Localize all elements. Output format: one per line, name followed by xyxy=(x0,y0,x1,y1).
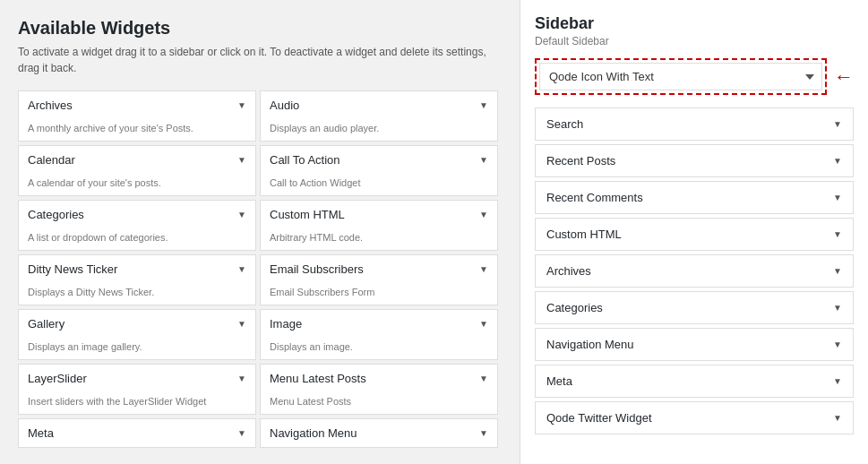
chevron-down-icon: ▼ xyxy=(833,229,842,239)
widget-header-audio[interactable]: Audio ▼ xyxy=(261,91,497,119)
sidebar-widget-header-recent-posts[interactable]: Recent Posts ▼ xyxy=(536,145,853,176)
widget-name-archives: Archives xyxy=(28,99,73,112)
chevron-down-icon: ▼ xyxy=(833,156,842,166)
sidebar-widget-item-categories[interactable]: Categories ▼ xyxy=(535,291,854,324)
chevron-down-icon: ▼ xyxy=(237,155,246,165)
sidebar-widget-item-search[interactable]: Search ▼ xyxy=(535,107,854,141)
chevron-down-icon: ▼ xyxy=(479,319,488,329)
widget-item-layerslider[interactable]: LayerSlider ▼ Insert sliders with the La… xyxy=(18,364,256,415)
widget-desc-archives: A monthly archive of your site's Posts. xyxy=(19,119,255,141)
widget-item-custom-html[interactable]: Custom HTML ▼ Arbitrary HTML code. xyxy=(260,200,498,251)
widget-item-categories[interactable]: Categories ▼ A list or dropdown of categ… xyxy=(18,200,256,251)
widget-header-archives[interactable]: Archives ▼ xyxy=(19,91,255,119)
sidebar-widget-list: Search ▼ Recent Posts ▼ Recent Comments … xyxy=(535,107,854,438)
widget-item-meta[interactable]: Meta ▼ xyxy=(18,418,256,448)
widget-name-calendar: Calendar xyxy=(28,153,75,167)
widget-desc-gallery: Displays an image gallery. xyxy=(19,338,255,359)
widget-item-navigation-menu[interactable]: Navigation Menu ▼ xyxy=(260,418,498,448)
widget-header-email-subscribers[interactable]: Email Subscribers ▼ xyxy=(261,255,497,283)
sidebar-widget-item-recent-posts[interactable]: Recent Posts ▼ xyxy=(535,144,854,177)
chevron-down-icon: ▼ xyxy=(237,100,246,110)
sidebar-select[interactable]: Qode Icon With Text xyxy=(539,63,822,90)
widget-header-call-to-action[interactable]: Call To Action ▼ xyxy=(261,146,497,174)
page-title: Available Widgets xyxy=(18,18,502,39)
sidebar-widget-name-navigation-menu: Navigation Menu xyxy=(546,338,634,351)
chevron-down-icon: ▼ xyxy=(479,428,488,438)
widget-name-gallery: Gallery xyxy=(28,317,64,331)
arrow-left-icon: ← xyxy=(834,65,854,89)
widget-header-meta[interactable]: Meta ▼ xyxy=(19,419,255,447)
sidebar-widget-header-archives[interactable]: Archives ▼ xyxy=(536,255,853,287)
widget-item-call-to-action[interactable]: Call To Action ▼ Call to Action Widget xyxy=(260,145,498,196)
sidebar-widget-item-recent-comments[interactable]: Recent Comments ▼ xyxy=(535,181,854,214)
widget-item-menu-latest-posts[interactable]: Menu Latest Posts ▼ Menu Latest Posts xyxy=(260,364,498,415)
widget-name-custom-html: Custom HTML xyxy=(270,208,345,221)
widget-item-calendar[interactable]: Calendar ▼ A calendar of your site's pos… xyxy=(18,145,256,196)
widget-header-menu-latest-posts[interactable]: Menu Latest Posts ▼ xyxy=(261,365,497,392)
sidebar-widget-name-meta: Meta xyxy=(546,374,572,388)
widget-desc-categories: A list or dropdown of categories. xyxy=(19,228,255,250)
sidebar-widget-name-recent-comments: Recent Comments xyxy=(546,191,643,204)
sidebar-widget-header-meta[interactable]: Meta ▼ xyxy=(536,365,853,397)
widget-header-image[interactable]: Image ▼ xyxy=(261,310,497,338)
widget-name-call-to-action: Call To Action xyxy=(270,153,340,167)
widget-name-email-subscribers: Email Subscribers xyxy=(270,262,364,276)
widget-header-categories[interactable]: Categories ▼ xyxy=(19,201,255,228)
widget-header-calendar[interactable]: Calendar ▼ xyxy=(19,146,255,174)
sidebar-title: Sidebar xyxy=(535,14,854,33)
sidebar-select-wrapper: Qode Icon With Text xyxy=(535,58,827,95)
widget-desc-custom-html: Arbitrary HTML code. xyxy=(261,228,497,250)
widget-header-layerslider[interactable]: LayerSlider ▼ xyxy=(19,365,255,392)
widget-desc-menu-latest-posts: Menu Latest Posts xyxy=(261,392,497,414)
chevron-down-icon: ▼ xyxy=(479,264,488,274)
widget-header-ditty-news[interactable]: Ditty News Ticker ▼ xyxy=(19,255,255,283)
sidebar-widget-item-meta[interactable]: Meta ▼ xyxy=(535,365,854,398)
sidebar-widget-item-navigation-menu[interactable]: Navigation Menu ▼ xyxy=(535,328,854,361)
sidebar-subtitle: Default Sidebar xyxy=(535,35,854,47)
sidebar-widget-name-search: Search xyxy=(546,117,583,131)
chevron-down-icon: ▼ xyxy=(833,413,842,423)
widget-header-gallery[interactable]: Gallery ▼ xyxy=(19,310,255,338)
chevron-down-icon: ▼ xyxy=(833,376,842,386)
widget-item-email-subscribers[interactable]: Email Subscribers ▼ Email Subscribers Fo… xyxy=(260,254,498,305)
widget-name-image: Image xyxy=(270,317,302,331)
widget-desc-calendar: A calendar of your site's posts. xyxy=(19,174,255,195)
widget-name-categories: Categories xyxy=(28,208,84,221)
sidebar-widget-header-search[interactable]: Search ▼ xyxy=(536,108,853,140)
widget-item-gallery[interactable]: Gallery ▼ Displays an image gallery. xyxy=(18,309,256,360)
sidebar-widget-header-recent-comments[interactable]: Recent Comments ▼ xyxy=(536,182,853,213)
widget-header-custom-html[interactable]: Custom HTML ▼ xyxy=(261,201,497,228)
chevron-down-icon: ▼ xyxy=(833,266,842,276)
page-description: To activate a widget drag it to a sideba… xyxy=(18,44,502,76)
widget-item-ditty-news[interactable]: Ditty News Ticker ▼ Displays a Ditty New… xyxy=(18,254,256,305)
sidebar-widget-item-archives[interactable]: Archives ▼ xyxy=(535,254,854,288)
widget-name-meta: Meta xyxy=(28,426,54,440)
sidebar-widget-header-categories[interactable]: Categories ▼ xyxy=(536,292,853,323)
chevron-down-icon: ▼ xyxy=(833,119,842,129)
sidebar-dropdown-row: Qode Icon With Text ← xyxy=(535,58,854,95)
widget-item-audio[interactable]: Audio ▼ Displays an audio player. xyxy=(260,90,498,142)
chevron-down-icon: ▼ xyxy=(479,100,488,110)
sidebar-widget-header-custom-html[interactable]: Custom HTML ▼ xyxy=(536,219,853,250)
widget-desc-image: Displays an image. xyxy=(261,338,497,359)
sidebar-widget-item-qode-twitter[interactable]: Qode Twitter Widget ▼ xyxy=(535,401,854,434)
chevron-down-icon: ▼ xyxy=(237,428,246,438)
widget-name-menu-latest-posts: Menu Latest Posts xyxy=(270,372,366,385)
widget-desc-call-to-action: Call to Action Widget xyxy=(261,174,497,195)
widget-item-image[interactable]: Image ▼ Displays an image. xyxy=(260,309,498,360)
widget-name-audio: Audio xyxy=(270,99,299,112)
widget-name-ditty-news: Ditty News Ticker xyxy=(28,262,117,276)
widgets-grid: Archives ▼ A monthly archive of your sit… xyxy=(18,90,502,451)
sidebar-widget-item-custom-html[interactable]: Custom HTML ▼ xyxy=(535,218,854,251)
sidebar-widget-header-navigation-menu[interactable]: Navigation Menu ▼ xyxy=(536,329,853,360)
sidebar-widget-header-qode-twitter[interactable]: Qode Twitter Widget ▼ xyxy=(536,402,853,434)
widget-name-navigation-menu: Navigation Menu xyxy=(270,426,357,440)
chevron-down-icon: ▼ xyxy=(479,155,488,165)
widget-header-navigation-menu[interactable]: Navigation Menu ▼ xyxy=(261,419,497,447)
widget-desc-ditty-news: Displays a Ditty News Ticker. xyxy=(19,283,255,305)
sidebar-widget-name-categories: Categories xyxy=(546,301,603,314)
widget-item-archives[interactable]: Archives ▼ A monthly archive of your sit… xyxy=(18,90,256,142)
chevron-down-icon: ▼ xyxy=(237,264,246,274)
sidebar-widget-name-recent-posts: Recent Posts xyxy=(546,154,615,168)
sidebar-widget-name-archives: Archives xyxy=(546,264,591,278)
